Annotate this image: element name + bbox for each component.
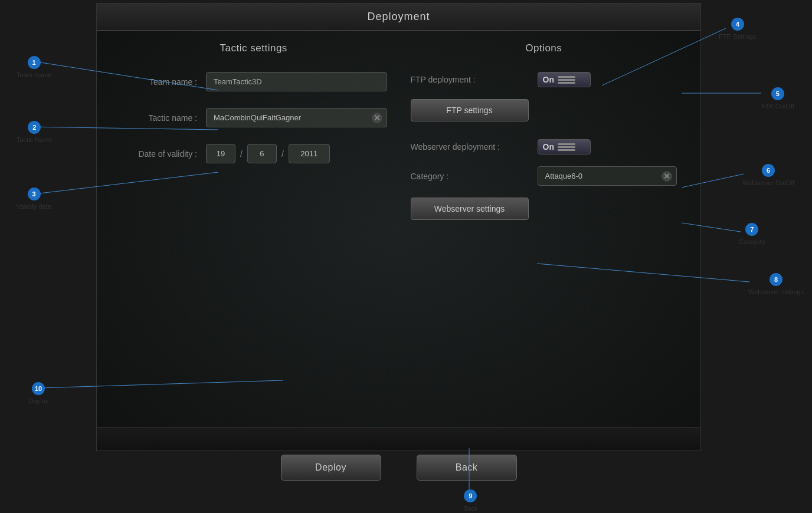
content-area: Tactic settings Team name : Tactic name …	[97, 31, 700, 232]
webserver-settings-row: Webserver settings	[411, 198, 677, 220]
webserver-settings-button[interactable]: Webserver settings	[411, 198, 529, 220]
webserver-toggle-label: On	[543, 142, 554, 152]
annotation-2: 2 Tactic Name	[17, 121, 53, 143]
page-title: Deployment	[97, 11, 700, 23]
ftp-settings-row: FTP settings	[411, 99, 677, 121]
annotation-circle-8: 8	[770, 273, 782, 286]
team-name-input[interactable]	[206, 72, 387, 91]
category-input[interactable]	[538, 166, 677, 186]
date-year-input[interactable]	[289, 144, 330, 163]
date-inputs: / /	[206, 144, 330, 163]
annotation-circle-6: 6	[762, 164, 775, 177]
annotation-9: 9 Back	[463, 489, 477, 512]
toggle-line-3	[558, 82, 575, 84]
annotation-label-9: Back	[463, 505, 477, 512]
options-title: Options	[411, 42, 677, 54]
annotation-label-1: Team Name	[17, 71, 51, 78]
annotation-circle-3: 3	[28, 188, 41, 200]
annotation-4: 4 FTP Settings	[719, 18, 756, 40]
annotation-circle-4: 4	[731, 18, 744, 31]
annotation-circle-5: 5	[771, 87, 784, 100]
date-row: Date of validity : / /	[120, 144, 387, 163]
team-name-label: Team name :	[120, 77, 197, 87]
ftp-settings-button[interactable]: FTP settings	[411, 99, 529, 121]
tactic-settings-section: Tactic settings Team name : Tactic name …	[120, 42, 387, 220]
deploy-button[interactable]: Deploy	[281, 455, 381, 481]
ftp-deployment-row: FTP deployment : On	[411, 72, 677, 87]
webserver-deployment-row: Webserver deployment : On	[411, 139, 677, 154]
annotation-label-7: Category	[739, 238, 765, 245]
tactic-name-clear-button[interactable]: ✕	[372, 113, 382, 123]
category-label: Category :	[411, 172, 529, 181]
annotation-circle-10: 10	[32, 382, 45, 395]
category-row: Category : ✕	[411, 166, 677, 186]
date-day-input[interactable]	[206, 144, 235, 163]
tactic-settings-title: Tactic settings	[120, 42, 387, 54]
tactic-name-label: Tactic name :	[120, 113, 197, 123]
date-sep-2: /	[281, 149, 284, 159]
toggle-line-4	[558, 143, 575, 145]
toggle-line-5	[558, 146, 575, 148]
annotation-circle-9: 9	[464, 489, 477, 502]
webserver-toggle-slider	[558, 143, 575, 151]
annotation-circle-1: 1	[28, 56, 41, 69]
annotation-label-2: Tactic Name	[17, 136, 53, 143]
outer-wrapper: Deployment Tactic settings Team name : T…	[0, 0, 812, 513]
ftp-toggle-label: On	[543, 75, 554, 84]
toggle-line-1	[558, 76, 575, 78]
tactic-name-input[interactable]	[206, 108, 387, 127]
back-button[interactable]: Back	[417, 455, 517, 481]
date-sep-1: /	[240, 149, 243, 159]
annotation-label-10: Deploy	[28, 397, 48, 405]
category-clear-button[interactable]: ✕	[662, 171, 672, 182]
annotation-label-5: FTP On/Off	[761, 103, 794, 110]
annotation-label-4: FTP Settings	[719, 33, 756, 40]
action-buttons: Deploy Back	[96, 455, 701, 481]
annotation-7: 7 Category	[739, 223, 765, 245]
annotation-circle-2: 2	[28, 121, 41, 134]
tactic-name-row: Tactic name : ✕	[120, 108, 387, 127]
webserver-toggle[interactable]: On	[538, 139, 591, 154]
annotation-10: 10 Deploy	[28, 382, 48, 405]
annotation-3: 3 Validity date	[17, 188, 51, 210]
ftp-toggle-slider	[558, 76, 575, 84]
annotation-8: 8 Webserver settings	[748, 273, 804, 295]
annotation-label-3: Validity date	[17, 203, 51, 210]
webserver-deployment-label: Webserver deployment :	[411, 142, 529, 152]
category-input-wrapper: ✕	[538, 166, 677, 186]
annotation-label-6: Webserver On/Off	[742, 179, 794, 186]
ftp-deployment-label: FTP deployment :	[411, 75, 529, 84]
options-section: Options FTP deployment : On	[411, 42, 677, 220]
annotation-6: 6 Webserver On/Off	[742, 164, 794, 186]
annotation-label-8: Webserver settings	[748, 288, 804, 295]
main-panel: Deployment Tactic settings Team name : T…	[96, 3, 701, 451]
annotation-5: 5 FTP On/Off	[761, 87, 794, 110]
toggle-line-6	[558, 149, 575, 151]
annotation-circle-7: 7	[745, 223, 758, 236]
date-month-input[interactable]	[247, 144, 277, 163]
bottom-bar	[97, 427, 700, 450]
team-name-row: Team name :	[120, 72, 387, 91]
toggle-line-2	[558, 79, 575, 81]
date-label: Date of validity :	[120, 149, 197, 159]
annotation-1: 1 Team Name	[17, 56, 51, 78]
tactic-name-input-wrapper: ✕	[206, 108, 387, 127]
ftp-toggle[interactable]: On	[538, 72, 591, 87]
title-bar: Deployment	[97, 4, 700, 31]
